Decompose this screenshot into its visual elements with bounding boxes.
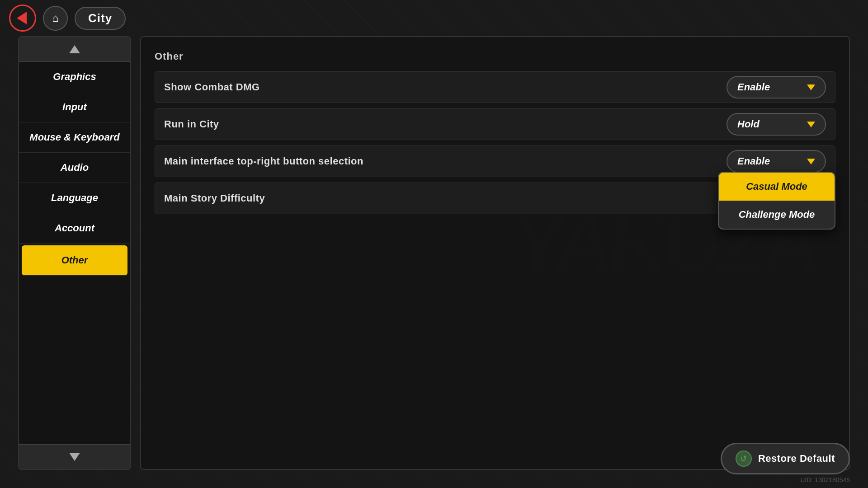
breadcrumb-text: City (88, 11, 112, 25)
setting-label-show-combat-dmg: Show Combat DMG (164, 81, 726, 93)
setting-label-main-interface: Main interface top-right button selectio… (164, 155, 726, 167)
dropdown-arrow-run-in-city (807, 122, 815, 127)
restore-default-label: Restore Default (758, 453, 835, 465)
dropdown-arrow-show-combat-dmg (807, 84, 815, 90)
main-layout: Graphics Input Mouse & Keyboard Audio La… (18, 36, 850, 470)
sidebar-item-other[interactable]: Other (22, 245, 127, 276)
sidebar-item-input[interactable]: Input (19, 92, 130, 122)
sidebar-scroll-down[interactable] (19, 444, 130, 469)
home-icon: ⌂ (52, 12, 59, 24)
uid-text: UID: 1302180545 (800, 476, 850, 483)
sidebar-item-language[interactable]: Language (19, 183, 130, 213)
dropdown-value-show-combat-dmg: Enable (737, 81, 770, 93)
sidebar-item-mouse-keyboard[interactable]: Mouse & Keyboard (19, 122, 130, 153)
breadcrumb-pill: City (75, 7, 126, 30)
dropdown-value-run-in-city: Hold (737, 118, 760, 130)
chevron-up-icon (69, 45, 80, 53)
sidebar-item-audio[interactable]: Audio (19, 153, 130, 183)
section-title: Other (155, 51, 835, 62)
dropdown-run-in-city[interactable]: Hold (726, 113, 826, 136)
setting-label-main-story-difficulty: Main Story Difficulty (164, 192, 726, 204)
sidebar: Graphics Input Mouse & Keyboard Audio La… (18, 36, 131, 470)
difficulty-option-casual[interactable]: Casual Mode (719, 173, 835, 201)
sidebar-items: Graphics Input Mouse & Keyboard Audio La… (19, 62, 130, 444)
setting-label-run-in-city: Run in City (164, 118, 726, 130)
home-button[interactable]: ⌂ (43, 6, 68, 31)
sidebar-item-graphics[interactable]: Graphics (19, 62, 130, 92)
restore-icon: ↺ (736, 450, 752, 467)
difficulty-dropdown-menu: Casual Mode Challenge Mode (718, 172, 835, 230)
back-arrow-icon (17, 12, 27, 24)
top-bar: ⌂ City (0, 0, 868, 36)
setting-row-show-combat-dmg: Show Combat DMG Enable (155, 71, 835, 103)
dropdown-arrow-main-interface (807, 159, 815, 164)
setting-row-run-in-city: Run in City Hold (155, 108, 835, 140)
back-button[interactable] (9, 5, 36, 32)
restore-default-button[interactable]: ↺ Restore Default (721, 443, 850, 474)
dropdown-main-interface[interactable]: Enable (726, 150, 826, 173)
sidebar-item-account[interactable]: Account (19, 213, 130, 244)
difficulty-option-challenge[interactable]: Challenge Mode (719, 201, 835, 229)
sidebar-scroll-up[interactable] (19, 37, 130, 62)
content-area: Other Show Combat DMG Enable Run in City… (140, 36, 850, 470)
dropdown-show-combat-dmg[interactable]: Enable (726, 76, 826, 99)
chevron-down-icon (69, 453, 80, 461)
dropdown-value-main-interface: Enable (737, 155, 770, 167)
